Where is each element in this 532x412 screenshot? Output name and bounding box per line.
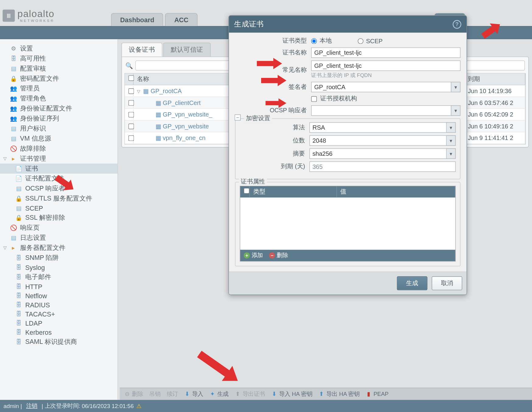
db-icon: 🗄 bbox=[15, 301, 23, 308]
cert-name[interactable]: vpn_fly_one_cn bbox=[163, 134, 205, 141]
sidebar-item[interactable]: 🗄RADIUS bbox=[0, 300, 117, 309]
fieldset-attrs: 证书属性 类型 值 +添加 −删除 bbox=[235, 182, 460, 266]
tb-renew[interactable]: 续订 bbox=[167, 390, 178, 398]
sidebar-item[interactable]: 👥身份验证配置文件 bbox=[0, 103, 117, 113]
sidebar-item[interactable]: 🗄HTTP bbox=[0, 282, 117, 291]
input-cert-name[interactable] bbox=[311, 47, 460, 58]
generate-button[interactable]: 生成 bbox=[397, 276, 427, 290]
sidebar-item[interactable]: ▤VM 信息源 bbox=[0, 134, 117, 144]
dropdown-icon[interactable]: ▼ bbox=[451, 82, 460, 92]
dropdown-icon[interactable]: ▼ bbox=[446, 122, 456, 133]
sidebar-item[interactable]: ▤日志设置 bbox=[0, 233, 117, 243]
sidebar-item-label: 管理角色 bbox=[20, 94, 46, 103]
collapse-icon[interactable]: – bbox=[235, 114, 241, 120]
tb-import[interactable]: ⬇导入 bbox=[184, 390, 203, 398]
cert-icon: 📄 bbox=[15, 175, 23, 182]
tab-acc[interactable]: ACC bbox=[165, 13, 198, 26]
sidebar-item[interactable]: 🗄SAML 标识提供商 bbox=[0, 337, 117, 347]
cert-name[interactable]: GP_clientCert bbox=[163, 99, 201, 106]
sidebar-item[interactable]: 👥身份验证序列 bbox=[0, 113, 117, 124]
combo-bits[interactable] bbox=[310, 135, 456, 146]
sidebar-item[interactable]: 🔒SSL/TLS 服务配置文件 bbox=[0, 194, 117, 204]
sidebar-item[interactable]: 🗄Syslog bbox=[0, 263, 117, 272]
sidebar-item[interactable]: 📄证书 bbox=[0, 164, 117, 174]
cert-icon: ▦ bbox=[156, 111, 161, 118]
fieldset-crypto: – 加密设置 算法 ▼ 位数 ▼ 摘要 ▼ 到期 (天) bbox=[235, 118, 460, 179]
tb-export-cert[interactable]: ⬆导出证书 bbox=[235, 390, 265, 398]
tb-peap[interactable]: ▮PEAP bbox=[366, 391, 388, 397]
sidebar-item[interactable]: 🗄Kerberos bbox=[0, 328, 117, 337]
radio-scep[interactable]: SCEP bbox=[358, 37, 383, 44]
row-checkbox[interactable] bbox=[128, 135, 134, 141]
tb-delete[interactable]: ⊖删除 bbox=[124, 390, 143, 398]
dropdown-icon[interactable]: ▼ bbox=[446, 135, 456, 146]
sidebar-item[interactable]: 🗄高可用性 bbox=[0, 54, 117, 64]
dialog-title-bar[interactable]: 生成证书 ? bbox=[229, 16, 467, 33]
sidebar-item[interactable]: ▤用户标识 bbox=[0, 124, 117, 134]
sidebar-item[interactable]: 🗄SNMP 陷阱 bbox=[0, 253, 117, 263]
lock-icon: 🔒 bbox=[15, 214, 23, 221]
sidebar-item[interactable]: ▤配置审核 bbox=[0, 64, 117, 74]
sidebar-item-label: VM 信息源 bbox=[20, 134, 51, 143]
row-checkbox[interactable] bbox=[128, 100, 134, 106]
attr-delete-button[interactable]: −删除 bbox=[269, 252, 288, 260]
sidebar-item-label: 管理员 bbox=[20, 84, 40, 93]
attr-col-value: 值 bbox=[337, 186, 455, 197]
attr-add-button[interactable]: +添加 bbox=[244, 252, 263, 260]
sidebar-item[interactable]: 🔒SSL 解密排除 bbox=[0, 213, 117, 223]
tab-dashboard[interactable]: Dashboard bbox=[111, 13, 163, 26]
sidebar-item[interactable]: 🗄TACACS+ bbox=[0, 309, 117, 319]
warning-icon: ⚠ bbox=[136, 403, 142, 409]
input-exp-days[interactable] bbox=[310, 162, 456, 172]
cert-name[interactable]: GP_rootCA bbox=[151, 87, 182, 94]
sidebar-item[interactable]: 🗄Netflow bbox=[0, 291, 117, 300]
sidebar-item[interactable]: 🗄LDAP bbox=[0, 319, 117, 328]
cert-name[interactable]: GP_vpn_website_ bbox=[163, 111, 212, 118]
sidebar-item[interactable]: 🔒密码配置文件 bbox=[0, 74, 117, 84]
input-common-name[interactable] bbox=[311, 61, 460, 71]
cert-name[interactable]: GP_vpn_website bbox=[163, 123, 209, 130]
sidebar-item-label: 密码配置文件 bbox=[20, 75, 59, 83]
attr-col-check[interactable] bbox=[240, 186, 250, 197]
delete-icon: ⊖ bbox=[124, 391, 130, 397]
lock-icon: 🔒 bbox=[15, 195, 23, 202]
logout-link[interactable]: 注销 bbox=[26, 402, 37, 410]
tb-export-ha[interactable]: ⬆导出 HA 密钥 bbox=[318, 390, 359, 398]
tb-import-ha[interactable]: ⬇导入 HA 密钥 bbox=[271, 390, 312, 398]
sidebar-item[interactable]: ⚙设置 bbox=[0, 44, 117, 54]
combo-signer[interactable] bbox=[311, 82, 460, 92]
combo-digest[interactable] bbox=[310, 148, 456, 159]
tb-revoke[interactable]: 吊销 bbox=[149, 390, 160, 398]
dropdown-icon[interactable]: ▼ bbox=[446, 148, 456, 159]
combo-ocsp[interactable] bbox=[311, 105, 460, 116]
help-icon[interactable]: ? bbox=[453, 20, 461, 29]
cancel-button[interactable]: 取消 bbox=[432, 276, 462, 290]
sidebar-item[interactable]: ▤SCEP bbox=[0, 204, 117, 213]
sidebar-item[interactable]: 👥管理角色 bbox=[0, 93, 117, 103]
row-checkbox[interactable] bbox=[128, 123, 134, 129]
expand-icon: ▽ bbox=[3, 156, 9, 161]
cert-expires: Jun 9 11:41:41 2 bbox=[464, 132, 525, 144]
radio-local[interactable]: 本地 bbox=[311, 37, 331, 45]
row-checkbox[interactable] bbox=[128, 88, 134, 94]
col-check[interactable] bbox=[125, 74, 134, 85]
sidebar-item[interactable]: 🚫故障排除 bbox=[0, 144, 117, 154]
block-icon: 🚫 bbox=[9, 224, 17, 231]
row-checkbox[interactable] bbox=[128, 112, 134, 117]
sidebar-item[interactable]: 🗄电子邮件 bbox=[0, 272, 117, 282]
export-icon: ⬆ bbox=[235, 391, 241, 397]
sidebar-item[interactable]: ▽▸服务器配置文件 bbox=[0, 243, 117, 253]
sidebar-item[interactable]: 🚫响应页 bbox=[0, 223, 117, 233]
ctab-device-cert[interactable]: 设备证书 bbox=[121, 43, 162, 57]
chk-ca[interactable] bbox=[311, 96, 317, 102]
cert-icon: ▦ bbox=[156, 99, 161, 106]
ctab-default-trust[interactable]: 默认可信证 bbox=[163, 43, 211, 57]
tb-generate[interactable]: ✦生成 bbox=[209, 390, 229, 398]
sidebar-item-label: SAML 标识提供商 bbox=[25, 338, 77, 346]
sidebar-item[interactable]: 👥管理员 bbox=[0, 84, 117, 94]
sidebar-item[interactable]: ▽▸证书管理 bbox=[0, 154, 117, 164]
col-expires[interactable]: 到期 bbox=[464, 74, 525, 85]
dropdown-icon[interactable]: ▼ bbox=[451, 105, 460, 116]
sidebar-item-label: 证书管理 bbox=[20, 155, 46, 163]
combo-algo[interactable] bbox=[310, 122, 456, 133]
